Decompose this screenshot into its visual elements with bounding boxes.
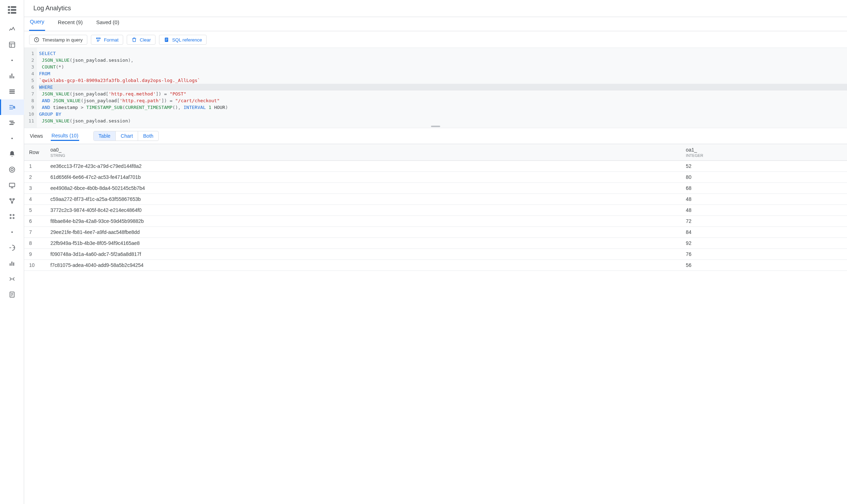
nav-metrics-icon[interactable]	[0, 68, 24, 84]
trash-icon	[131, 37, 137, 43]
results-table: Row oa0_STRING oa1_INTEGER 1ee36cc13-f72…	[24, 144, 847, 271]
nav-divider-dot	[0, 131, 24, 146]
cell-oa0: c59aa272-8f73-4f1c-a25a-63f55867653b	[45, 194, 681, 205]
views-tab[interactable]: Views	[29, 132, 44, 140]
table-row[interactable]: 4c59aa272-8f73-4f1c-a25a-63f55867653b48	[24, 194, 847, 205]
table-row[interactable]: 261d656f4-6e66-47c2-ac53-fe4714af701b80	[24, 172, 847, 183]
nav-trace-icon[interactable]	[0, 240, 24, 256]
cell-oa0: ee4908a2-6bce-4b0b-8da4-502145c5b7b4	[45, 183, 681, 194]
svg-rect-13	[9, 93, 15, 94]
nav-overview-icon[interactable]	[0, 21, 24, 37]
table-row[interactable]: 822fb949a-f51b-4b3e-8f05-94f9c4165ae892	[24, 238, 847, 249]
row-number: 5	[24, 205, 45, 216]
query-toolbar: Timestamp in query Format Clear SQL refe…	[24, 31, 847, 48]
timestamp-chip[interactable]: Timestamp in query	[29, 35, 87, 45]
left-nav-rail	[0, 0, 24, 504]
cell-oa1: 72	[681, 216, 847, 227]
nav-profiler-icon[interactable]	[0, 256, 24, 271]
svg-rect-0	[8, 6, 10, 8]
top-tab-1[interactable]: Recent (9)	[57, 17, 83, 31]
svg-point-27	[10, 218, 11, 219]
svg-rect-37	[165, 39, 167, 39]
page-title: Log Analytics	[33, 5, 71, 12]
format-button[interactable]: Format	[91, 35, 123, 45]
top-tab-0[interactable]: Query	[29, 17, 45, 31]
results-tab[interactable]: Results (10)	[51, 131, 79, 141]
nav-log-analytics-icon[interactable]	[0, 99, 24, 115]
nav-logs-router-icon[interactable]	[0, 115, 24, 131]
table-row[interactable]: 10f7c81075-adea-4040-add9-58a5b2c9425456	[24, 260, 847, 271]
nav-divider-dot	[0, 224, 24, 240]
table-row[interactable]: 6f8bae84e-b29a-42a8-93ce-59d45b99882b72	[24, 216, 847, 227]
cell-oa1: 48	[681, 205, 847, 216]
cell-oa1: 84	[681, 227, 847, 238]
column-header-1[interactable]: oa1_INTEGER	[681, 144, 847, 161]
svg-point-18	[11, 138, 13, 139]
svg-point-23	[13, 198, 14, 199]
table-row[interactable]: 9f090748a-3d1a-4a60-adc7-5f2a6a8d817f76	[24, 249, 847, 260]
view-mode-both[interactable]: Both	[138, 131, 158, 141]
nav-slo-icon[interactable]	[0, 209, 24, 224]
svg-rect-6	[9, 42, 15, 48]
svg-rect-38	[165, 39, 167, 40]
svg-rect-9	[11, 73, 12, 78]
view-mode-segment: TableChartBoth	[93, 131, 159, 141]
page-header: Log Analytics	[24, 0, 847, 17]
row-number-header: Row	[24, 144, 45, 161]
table-row[interactable]: 53772c2c3-9874-405f-8c42-e214ec4864f048	[24, 205, 847, 216]
table-row[interactable]: 1ee36cc13-f72e-423c-a79d-c79ed144f8a252	[24, 161, 847, 172]
column-type-1: INTEGER	[686, 153, 842, 158]
sql-reference-button-label: SQL reference	[172, 37, 202, 43]
sql-reference-button[interactable]: SQL reference	[159, 35, 207, 45]
svg-point-24	[11, 202, 12, 203]
format-button-label: Format	[104, 37, 119, 43]
svg-rect-17	[9, 124, 13, 125]
svg-rect-30	[10, 263, 11, 266]
view-mode-chart[interactable]: Chart	[116, 131, 138, 141]
nav-error-reporting-icon[interactable]	[0, 162, 24, 177]
cell-oa1: 80	[681, 172, 847, 183]
column-name-0: oa0_	[50, 147, 61, 153]
table-row[interactable]: 3ee4908a2-6bce-4b0b-8da4-502145c5b7b468	[24, 183, 847, 194]
nav-docs-icon[interactable]	[0, 287, 24, 302]
nav-debugger-icon[interactable]	[0, 271, 24, 287]
product-logo-icon[interactable]	[7, 5, 17, 15]
cell-oa1: 92	[681, 238, 847, 249]
nav-alerts-icon[interactable]	[0, 146, 24, 162]
sql-editor[interactable]: 1234567891011 SELECT JSON_VALUE(json_pay…	[24, 48, 847, 128]
top-tab-2[interactable]: Saved (0)	[95, 17, 120, 31]
row-number: 3	[24, 183, 45, 194]
svg-rect-2	[8, 9, 10, 11]
nav-uptime-icon[interactable]	[0, 177, 24, 193]
svg-point-29	[11, 231, 13, 233]
svg-rect-8	[10, 75, 11, 78]
svg-rect-32	[13, 263, 14, 266]
row-number: 7	[24, 227, 45, 238]
nav-logs-icon[interactable]	[0, 84, 24, 99]
cell-oa1: 52	[681, 161, 847, 172]
table-row[interactable]: 729ee21fe-fb81-4ee7-a9fd-aac548fbe8dd84	[24, 227, 847, 238]
view-mode-table[interactable]: Table	[94, 131, 116, 141]
svg-point-19	[9, 167, 15, 172]
results-table-container: Row oa0_STRING oa1_INTEGER 1ee36cc13-f72…	[24, 144, 847, 504]
column-header-0[interactable]: oa0_STRING	[45, 144, 681, 161]
clock-icon	[34, 37, 39, 43]
cell-oa0: f8bae84e-b29a-42a8-93ce-59d45b99882b	[45, 216, 681, 227]
row-number: 6	[24, 216, 45, 227]
row-number: 1	[24, 161, 45, 172]
editor-resize-handle[interactable]	[431, 126, 440, 127]
svg-rect-3	[11, 9, 16, 11]
column-name-1: oa1_	[686, 147, 697, 153]
editor-code[interactable]: SELECT JSON_VALUE(json_payload.session),…	[37, 48, 847, 128]
cell-oa1: 68	[681, 183, 847, 194]
cell-oa0: 3772c2c3-9874-405f-8c42-e214ec4864f0	[45, 205, 681, 216]
nav-dashboards-icon[interactable]	[0, 37, 24, 53]
results-bar: Views Results (10) TableChartBoth	[24, 128, 847, 144]
cell-oa0: 22fb949a-f51b-4b3e-8f05-94f9c4165ae8	[45, 238, 681, 249]
nav-services-icon[interactable]	[0, 193, 24, 209]
svg-rect-35	[96, 38, 100, 39]
cell-oa0: f7c81075-adea-4040-add9-58a5b2c94254	[45, 260, 681, 271]
main-content: Log Analytics QueryRecent (9)Saved (0) T…	[24, 0, 847, 504]
row-number: 10	[24, 260, 45, 271]
clear-button[interactable]: Clear	[127, 35, 155, 45]
